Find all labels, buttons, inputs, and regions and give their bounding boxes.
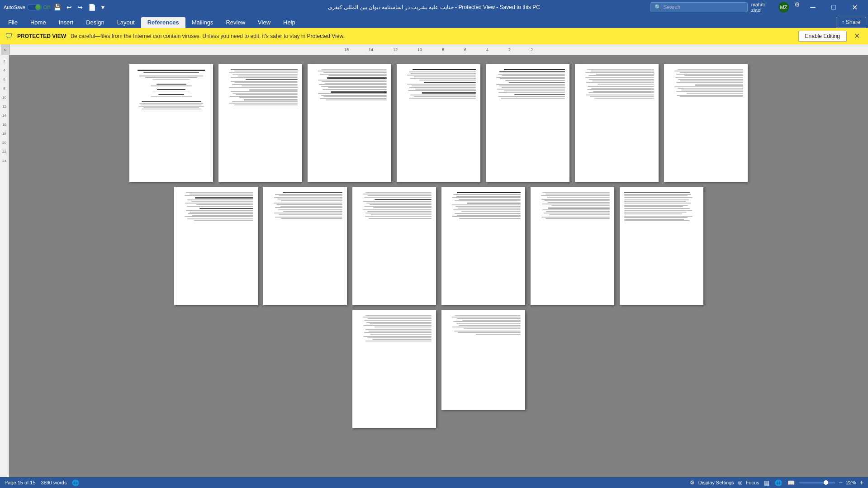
document-page-7[interactable] (664, 64, 748, 182)
v-ruler-12: 12 (2, 102, 6, 111)
page-content-5 (489, 68, 566, 178)
v-ruler-6: 6 (3, 75, 5, 84)
tab-view[interactable]: View (251, 17, 277, 28)
ruler-mark-14: 14 (359, 47, 383, 52)
close-button[interactable]: ✕ (844, 0, 864, 14)
share-button[interactable]: ↑ Share (836, 17, 866, 28)
zoom-out-button[interactable]: − (839, 479, 843, 486)
close-protected-bar-icon[interactable]: ✕ (851, 31, 863, 41)
enable-editing-button[interactable]: Enable Editing (798, 31, 847, 42)
zoom-thumb (824, 480, 828, 485)
page-row-1 (129, 64, 748, 182)
v-ruler-14: 14 (2, 111, 6, 120)
page-content-4 (400, 68, 477, 178)
new-doc-icon[interactable]: 📄 (86, 3, 98, 12)
search-icon: 🔍 (655, 4, 661, 10)
page-content-13 (623, 191, 700, 301)
more-icon[interactable]: ▾ (100, 3, 106, 12)
user-initials: MZ (780, 5, 787, 10)
ruler-corner-icon: ⊾ (4, 47, 7, 52)
print-layout-view-button[interactable]: ▤ (763, 479, 770, 487)
document-page-6[interactable] (575, 64, 659, 182)
ruler-corner[interactable]: ⊾ (1, 44, 10, 55)
document-page-14[interactable] (352, 310, 436, 428)
ruler-mark-4: 4 (476, 47, 498, 52)
page-content-10 (356, 191, 432, 301)
v-ruler-2: 2 (3, 57, 5, 66)
tab-help[interactable]: Help (277, 17, 302, 28)
user-area: mahdi ziaei MZ (751, 2, 789, 13)
tab-insert[interactable]: Insert (52, 17, 80, 28)
autosave-label: AutoSave (4, 5, 25, 10)
document-page-8[interactable] (174, 187, 258, 305)
protected-view-message: Be careful—files from the Internet can c… (71, 33, 794, 39)
zoom-percent[interactable]: 22% (846, 480, 856, 485)
zoom-in-button[interactable]: + (860, 479, 863, 486)
v-ruler-24: 24 (2, 156, 6, 166)
page-content-11 (445, 191, 522, 301)
page-content-2 (222, 68, 299, 178)
document-page-11[interactable] (441, 187, 525, 305)
minimize-button[interactable]: ─ (803, 0, 823, 14)
page-row-3 (352, 310, 525, 428)
ruler-mark-2: 2 (498, 47, 521, 52)
status-bar-right: ⚙ Display Settings ◎ Focus ▤ 🌐 📖 − 22% + (690, 479, 863, 487)
focus-label[interactable]: Focus (746, 480, 759, 485)
ruler-mark-8: 8 (432, 47, 454, 52)
tab-mailings[interactable]: Mailings (185, 17, 220, 28)
document-page-3[interactable] (308, 64, 391, 182)
page-content-14 (356, 314, 432, 424)
document-page-13[interactable] (620, 187, 703, 305)
zoom-slider[interactable] (799, 482, 835, 483)
ruler-area: ⊾ 18 14 12 10 8 6 4 2 2 (0, 44, 868, 55)
tab-review[interactable]: Review (219, 17, 251, 28)
window-controls: ⚙ ─ □ ✕ (792, 0, 864, 14)
ruler-mark-12: 12 (383, 47, 408, 52)
tab-file[interactable]: File (2, 17, 24, 28)
document-canvas[interactable] (9, 55, 868, 477)
display-settings-icon: ⚙ (690, 479, 695, 486)
focus-icon: ◎ (738, 479, 742, 486)
page-row-2 (174, 187, 703, 305)
autosave-state: Off (43, 5, 50, 10)
display-settings-label[interactable]: Display Settings (698, 480, 734, 485)
v-ruler-20: 20 (2, 138, 6, 147)
document-page-9[interactable] (263, 187, 347, 305)
user-avatar[interactable]: MZ (778, 2, 789, 13)
page-content-12 (534, 191, 611, 301)
document-page-12[interactable] (531, 187, 614, 305)
main-area: 2 4 6 8 10 12 14 16 18 20 22 24 (0, 55, 868, 477)
maximize-button[interactable]: □ (824, 0, 844, 14)
settings-icon[interactable]: ⚙ (792, 0, 802, 14)
v-ruler-8: 8 (3, 84, 5, 93)
document-page-10[interactable] (352, 187, 436, 305)
document-page-5[interactable] (486, 64, 569, 182)
tab-layout[interactable]: Layout (111, 17, 141, 28)
web-layout-view-button[interactable]: 🌐 (774, 479, 783, 487)
status-bar-left: Page 15 of 15 3890 words 🌐 (5, 479, 684, 486)
document-page-15[interactable] (441, 310, 525, 410)
page-content-6 (579, 68, 655, 178)
page-info: Page 15 of 15 (5, 480, 36, 485)
shield-icon: 🛡 (5, 32, 13, 40)
title-right: 🔍 Search mahdi ziaei MZ ⚙ ─ □ ✕ (650, 0, 864, 14)
undo-icon[interactable]: ↩ (65, 3, 74, 12)
ruler-mark-10: 10 (408, 47, 432, 52)
share-icon: ↑ (842, 19, 844, 25)
tab-references[interactable]: References (141, 17, 185, 28)
ruler-mark-6: 6 (454, 47, 476, 52)
ruler-mark-2r: 2 (521, 47, 543, 52)
redo-icon[interactable]: ↪ (76, 3, 85, 12)
read-mode-button[interactable]: 📖 (787, 479, 796, 487)
tab-home[interactable]: Home (24, 17, 52, 28)
document-page-4[interactable] (397, 64, 480, 182)
document-page-2[interactable] (218, 64, 302, 182)
v-ruler-10: 10 (2, 93, 6, 102)
autosave-toggle[interactable] (27, 4, 42, 10)
document-page-1[interactable] (129, 64, 213, 182)
tab-design[interactable]: Design (80, 17, 110, 28)
language-icon: 🌐 (72, 479, 79, 486)
save-icon[interactable]: 💾 (52, 3, 63, 12)
search-box[interactable]: 🔍 Search (650, 2, 747, 12)
title-bar: AutoSave Off 💾 ↩ ↪ 📄 ▾ جنایت علیه بشریت … (0, 0, 868, 14)
